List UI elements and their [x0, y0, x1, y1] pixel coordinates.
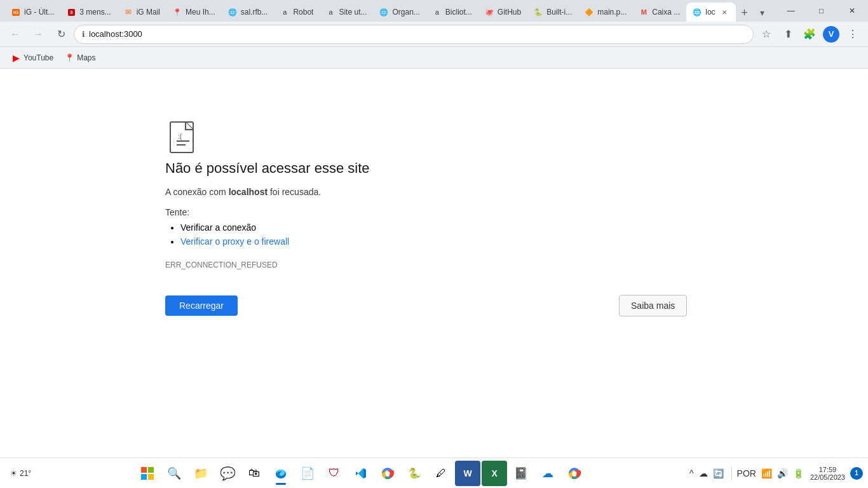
error-desc-suffix: foi recusada. — [268, 187, 321, 197]
tab-label: iG Mail — [137, 8, 160, 17]
address-bar[interactable]: ℹ localhost:3000 — [74, 25, 754, 44]
browser-tab-tab-ig[interactable]: iG iG - Últ... — [5, 3, 60, 22]
volume-icon[interactable]: 🔊 — [776, 467, 789, 480]
profile-button[interactable]: V — [821, 24, 841, 44]
wifi-icon[interactable]: 📶 — [760, 467, 773, 480]
python-button[interactable]: 🐍 — [402, 461, 427, 486]
tray-separator — [731, 467, 732, 480]
file-explorer-button[interactable]: 📁 — [188, 461, 214, 486]
tab-favicon: 📍 — [173, 8, 182, 17]
bookmarks-bar: ▶ YouTube 📍 Maps — [0, 47, 868, 69]
tab-label: Bicliot... — [445, 8, 472, 17]
notepad-button[interactable]: 📓 — [508, 461, 534, 486]
settings-button[interactable]: ⋮ — [843, 24, 863, 44]
tab-strip: iG iG - Últ... 3 3 mens... ✉ iG Mail 📍 M… — [5, 0, 771, 22]
error-actions: Recarregar Saiba mais — [165, 295, 687, 316]
browser-tab-tab-siteut[interactable]: a Site ut... — [320, 3, 373, 22]
browser-tab-tab-main[interactable]: 🔶 main.p... — [578, 3, 633, 22]
address-text: localhost:3000 — [89, 29, 745, 39]
browser-tab-tab-robot[interactable]: a Robot — [274, 3, 320, 22]
svg-rect-7 — [148, 474, 154, 480]
reload-button[interactable]: Recarregar — [165, 295, 238, 316]
security-icon: ℹ — [82, 30, 85, 39]
tab-favicon: 3 — [67, 8, 76, 17]
reload-button[interactable]: ↻ — [51, 24, 71, 44]
close-button[interactable]: ✕ — [837, 1, 867, 21]
browser-tab-tab-bicliot[interactable]: a Bicliot... — [426, 3, 478, 22]
forward-button[interactable]: → — [28, 24, 48, 44]
tab-label: Organ... — [392, 8, 419, 17]
tab-overflow-button[interactable]: ▾ — [754, 4, 771, 22]
tab-favicon: ✉ — [124, 8, 133, 17]
tab-close-button[interactable]: ✕ — [719, 7, 729, 17]
bookmark-maps[interactable]: 📍 Maps — [60, 51, 100, 65]
system-tray: ^ ☁ 🔄 — [686, 467, 728, 480]
taskbar-icons: 🔍 📁 💬 🛍 📄 🛡 🐍 🖊 W X 📓 ☁ — [36, 461, 686, 486]
tab-favicon: 🐙 — [485, 8, 494, 17]
tab-label: iG - Últ... — [24, 8, 54, 17]
browser-tab-tab-caixa[interactable]: M Caixa ... — [633, 3, 686, 22]
start-button[interactable] — [135, 461, 160, 486]
refresh-tray-icon[interactable]: 🔄 — [712, 467, 725, 480]
youtube-icon: ▶ — [11, 53, 20, 62]
word-button[interactable]: W — [455, 461, 480, 486]
error-description: A conexão com localhost foi recusada. — [165, 187, 321, 197]
edge-browser-button[interactable] — [268, 461, 294, 486]
pycharm-button[interactable]: 🖊 — [428, 461, 454, 486]
suggestion-2-link[interactable]: Verificar o proxy e o firewall — [180, 236, 289, 247]
chrome2-button[interactable] — [562, 461, 587, 486]
browser-tab-tab-github[interactable]: 🐙 GitHub — [478, 3, 527, 22]
browser-tab-tab-loc[interactable]: 🌐 loc ✕ — [686, 3, 735, 22]
acrobat-button[interactable]: 📄 — [295, 461, 320, 486]
error-code: ERR_CONNECTION_REFUSED — [165, 261, 278, 269]
taskbar-left: ☀ 21° — [5, 469, 36, 478]
error-title: Não é possível acessar esse site — [165, 160, 370, 177]
bookmark-youtube[interactable]: ▶ YouTube — [6, 51, 58, 65]
browser-tab-tab-organ[interactable]: 🌐 Organ... — [373, 3, 426, 22]
chrome-button[interactable] — [375, 461, 400, 486]
notification-button[interactable]: 1 — [850, 467, 863, 480]
taskbar: ☀ 21° 🔍 📁 💬 🛍 📄 🛡 🐍 🖊 W X 📓 ☁ — [0, 458, 868, 488]
suggestion-2[interactable]: Verificar o proxy e o firewall — [180, 236, 289, 247]
back-button[interactable]: ← — [5, 24, 25, 44]
weather-widget[interactable]: ☀ 21° — [5, 469, 36, 478]
new-tab-button[interactable]: + — [736, 4, 754, 22]
tab-label: sal.rfb... — [241, 8, 268, 17]
screenshot-button[interactable]: ⬆ — [778, 24, 798, 44]
maximize-button[interactable]: □ — [807, 1, 836, 21]
browser-tab-tab-builti[interactable]: 🐍 Built-i... — [527, 3, 578, 22]
browser-tab-tab-meuilh[interactable]: 📍 Meu Ih... — [166, 3, 222, 22]
language-indicator[interactable]: POR — [736, 467, 757, 480]
bookmark-youtube-label: YouTube — [24, 53, 53, 62]
tab-label: GitHub — [498, 8, 521, 17]
titlebar: iG iG - Últ... 3 3 mens... ✉ iG Mail 📍 M… — [0, 0, 868, 22]
browser-tab-tab-sal[interactable]: 🌐 sal.rfb... — [222, 3, 275, 22]
onedrive-button[interactable]: ☁ — [535, 461, 560, 486]
store-button[interactable]: 🛍 — [241, 461, 267, 486]
search-button[interactable]: 🔍 — [161, 461, 187, 486]
tab-favicon: 🌐 — [693, 8, 702, 17]
tab-favicon: 🔶 — [585, 8, 593, 17]
clock-widget[interactable]: 17:59 22/05/2023 — [808, 466, 848, 481]
svg-rect-4 — [141, 467, 147, 473]
tray-expand-icon[interactable]: ^ — [688, 467, 695, 480]
learn-more-button[interactable]: Saiba mais — [619, 295, 687, 316]
vscode-button[interactable] — [348, 461, 374, 486]
minimize-button[interactable]: — — [776, 1, 806, 21]
onedrive-tray-icon[interactable]: ☁ — [698, 467, 709, 480]
extensions-button[interactable]: 🧩 — [799, 24, 820, 44]
excel-button[interactable]: X — [482, 461, 507, 486]
error-page: :( Não é possível acessar esse site A co… — [0, 69, 868, 458]
teams-button[interactable]: 💬 — [215, 461, 240, 486]
bookmark-button[interactable]: ☆ — [756, 24, 776, 44]
defender-button[interactable]: 🛡 — [322, 461, 347, 486]
toolbar-right: ☆ ⬆ 🧩 V ⋮ — [756, 24, 863, 44]
tab-favicon: iG — [11, 8, 20, 17]
tab-label: Robot — [293, 8, 313, 17]
tab-favicon: 🌐 — [228, 8, 237, 17]
suggestion-1: Verificar a conexão — [180, 222, 289, 233]
browser-tab-tab-3mens[interactable]: 3 3 mens... — [60, 3, 117, 22]
browser-tab-tab-igmail[interactable]: ✉ iG Mail — [118, 3, 166, 22]
tab-label: loc — [705, 8, 715, 17]
battery-icon[interactable]: 🔋 — [792, 467, 805, 480]
